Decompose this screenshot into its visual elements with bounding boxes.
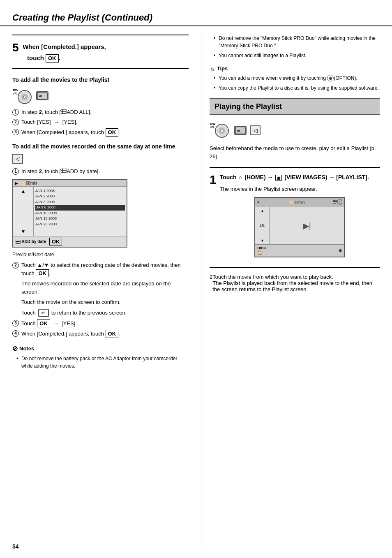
step5-box: 5 When [Completed.] appears, touch OK. (12, 35, 189, 69)
add-all-step3: 3 When [Completed.] appears, touch OK. (12, 128, 189, 137)
date-list: JAN 1 2008 JAN 2 2008 JAN 3 2008 JAN 6 2… (35, 188, 125, 227)
tip-2: You can copy the Playlist to a disc as i… (214, 84, 380, 92)
svg-point-29 (339, 201, 341, 203)
notes-item: Do not remove the battery pack or the AC… (16, 355, 189, 370)
playing-dvd-icon: RW VR (210, 121, 231, 139)
step2-number: 2 (210, 274, 212, 280)
back-button-area: ◁ (12, 154, 189, 164)
section-add-all-heading: To add all the movies to the Playlist (12, 76, 189, 83)
pl-body: ▲ 1/1 ▼ ▶| (255, 207, 344, 244)
step1-desc: The movies in the Playlist screen appear… (220, 185, 380, 193)
memory-stick-icon: MS (36, 91, 48, 100)
notes-label: Notes (19, 345, 34, 352)
add-by-date-steps-2: 2 Touch ▲/▼ to select the recording date… (12, 262, 189, 338)
step2-row: 2 Touch the movie from which you want to… (210, 274, 380, 292)
playing-section-header: Playing the Playlist (210, 98, 380, 115)
add-by-date-step4: 4 When [Completed.] appears, touch OK. (12, 330, 189, 338)
tips-list: You can add a movie when viewing it by t… (210, 74, 380, 92)
add-by-date-steps: 1 In step 2, touch [ADD by date]. (12, 168, 189, 175)
add-by-date-screen: ▶ 📀 60min ▲ ▼ JAN 1 2008 JAN 2 2008 (12, 179, 127, 248)
extra-note-2: You cannot add still images to a Playlis… (214, 52, 380, 59)
playlist-screen: ✕ 📀 60min RW VR (254, 197, 345, 257)
right-column: Do not remove the "Memory Stick PRO Duo"… (201, 26, 392, 550)
playing-section: Playing the Playlist RW VR (210, 98, 380, 292)
add-by-date-step1: 1 In step 2, touch [ADD by date]. (12, 168, 189, 175)
svg-text:RW: RW (210, 122, 216, 126)
view-images-icon: ▣ (275, 175, 282, 181)
step2-desc: The Playlist is played back from the sel… (212, 280, 380, 292)
section-add-by-date: To add all the movies recorded on the sa… (12, 143, 189, 338)
pl-up-btn: ▲ (261, 209, 264, 213)
home-icon: ⌂ (239, 174, 242, 181)
add-by-date-step2: 2 Touch ▲/▼ to select the recording date… (12, 262, 189, 317)
step2-heading: Touch the movie from which you want to p… (212, 274, 380, 280)
page-container: Creating the Playlist (Continued) 5 When… (0, 0, 392, 558)
step1-row: 1 Touch ⌂ (HOME) → ▣ (VIEW IMAGES) → [PL… (210, 174, 380, 262)
select-text: Select beforehand the media to use to cr… (210, 144, 380, 160)
add-all-step1: 1 In step 2, touch [ADD ALL]. (12, 109, 189, 116)
playing-ms-icon: MS (234, 126, 247, 135)
extra-notes-list: Do not remove the "Memory Stick PRO Duo"… (210, 35, 380, 59)
tips-heading: ☼ Tips (210, 65, 380, 72)
screen-date-list: JAN 1 2008 JAN 2 2008 JAN 3 2008 JAN 6 2… (34, 187, 127, 236)
left-column: 5 When [Completed.] appears, touch OK. T… (0, 26, 201, 550)
page-title: Creating the Playlist (Continued) (12, 12, 380, 23)
notes-list: Do not remove the battery pack or the AC… (12, 355, 189, 370)
pl-disc-label: DISC 🏠 (257, 246, 266, 255)
notes-heading: ⊘ Notes (12, 345, 189, 352)
pl-right-panel: ▶| (270, 207, 344, 244)
play-forward-icon: ▶| (303, 221, 311, 231)
step2-block: 2 Touch the movie from which you want to… (210, 267, 380, 292)
tips-label: Tips (217, 65, 228, 72)
tip-1: You can add a movie when viewing it by t… (214, 74, 380, 82)
screen-caption: Previous/Next date (12, 252, 189, 257)
toolbar-play-icon: ▶ (15, 181, 18, 185)
add-by-date-label: ADD by date (16, 239, 46, 244)
svg-text:VR: VR (333, 202, 336, 205)
svg-text:VR: VR (13, 92, 17, 95)
dvd-rw-icon: RW VR (12, 87, 34, 104)
tips-icon: ☼ (210, 65, 215, 72)
pl-close-icon: ✕ (257, 200, 260, 204)
date-item: JAN 1 2008 (35, 188, 125, 194)
return-arrow-icon: ↩ (38, 309, 49, 317)
playing-media-icons: RW VR MS (210, 121, 380, 139)
date-item: JAN 3 2008 (35, 199, 125, 205)
up-arrow-btn: ▲ (21, 188, 26, 194)
date-item: JAN 2 2008 (35, 194, 125, 199)
down-arrow-btn: ▼ (21, 229, 26, 234)
step2-content: Touch the movie from which you want to p… (212, 274, 380, 292)
back-square-btn: ◁ (12, 154, 23, 164)
step5-line2: touch OK. (27, 54, 189, 63)
svg-point-5 (23, 96, 26, 98)
notes-section: ⊘ Notes Do not remove the battery pack o… (12, 345, 189, 370)
add-by-date-step3: 3 Touch OK → [YES]. (12, 320, 189, 328)
screen-left-panel: ▲ ▼ (13, 187, 34, 236)
page-title-bar: Creating the Playlist (Continued) (0, 8, 392, 26)
section-add-by-date-heading: To add all the movies recorded on the sa… (12, 143, 189, 150)
two-col-layout: 5 When [Completed.] appears, touch OK. T… (0, 26, 392, 550)
add-all-steps: 1 In step 2, touch [ADD ALL]. 2 Touch [Y… (12, 109, 189, 137)
step5-number: 5 (12, 41, 19, 54)
screen-ok-btn[interactable]: OK (49, 238, 62, 246)
step5-touch-label: touch (27, 54, 44, 61)
section-add-all: To add all the movies to the Playlist RW… (12, 76, 189, 137)
pl-left-panel: ▲ 1/1 ▼ (255, 207, 270, 244)
screen-body: ▲ ▼ JAN 1 2008 JAN 2 2008 JAN 3 2008 JAN… (13, 187, 127, 236)
pl-down-btn: ▼ (261, 238, 264, 243)
svg-text:RW: RW (13, 88, 18, 92)
add-all-media-icons: RW VR MS (12, 87, 189, 104)
step1-block: 1 Touch ⌂ (HOME) → ▣ (VIEW IMAGES) → [PL… (210, 167, 380, 262)
pl-disc-icon: RW VR (333, 199, 342, 206)
pl-bottom-bar: DISC 🏠 ⚙ (255, 244, 344, 257)
tips-section: ☼ Tips You can add a movie when viewing … (210, 65, 380, 92)
add-all-step2: 2 Touch [YES] → [YES]. (12, 118, 189, 126)
extra-note-1: Do not remove the "Memory Stick PRO Duo"… (214, 35, 380, 49)
svg-text:MS: MS (39, 95, 42, 97)
svg-text:MS: MS (237, 129, 240, 132)
step1-number: 1 (210, 174, 217, 186)
option-icon: ⊕ (327, 75, 334, 81)
step1-heading: Touch ⌂ (HOME) → ▣ (VIEW IMAGES) → [PLAY… (220, 174, 380, 182)
pl-capacity: 📀 60min (289, 200, 304, 204)
step5-period: . (59, 54, 60, 61)
